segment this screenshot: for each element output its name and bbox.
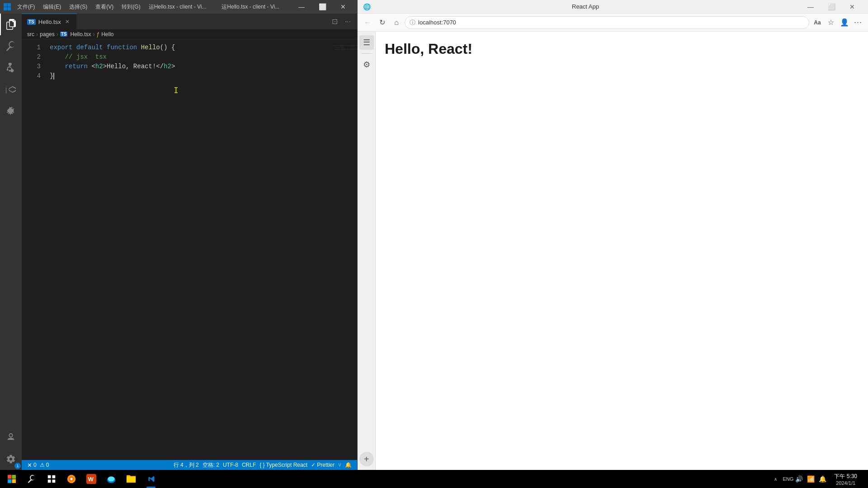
breadcrumb-func-icon: ƒ [97,31,100,38]
bell-icon: 🔔 [345,462,352,468]
status-position[interactable]: 行 4，列 2 [172,461,201,469]
breadcrumb-ts-icon: TS [60,32,68,37]
status-formatter[interactable]: ✓ Prettier [309,461,336,469]
taskbar-app-firefox[interactable] [61,470,81,488]
activity-explorer[interactable] [0,14,22,35]
code-content[interactable]: export default function Hello() { // jsx… [44,39,332,460]
svg-text:W: W [88,476,94,483]
browser-close-button[interactable]: ✕ [842,0,863,14]
taskbar-app-office[interactable]: W [81,470,101,488]
browser-title-bar: 🌐 React App — ⬜ ✕ [358,0,868,14]
activity-search[interactable] [0,35,22,57]
volume-icon[interactable]: 🔊 [793,471,804,487]
taskbar-app-edge[interactable] [101,470,121,488]
close-button[interactable]: ✕ [333,0,354,14]
activity-account[interactable] [0,427,22,448]
notification-icon[interactable]: 🔔 [817,471,828,487]
menu-select[interactable]: 选择(S) [66,2,91,12]
maximize-button[interactable]: ⬜ [312,0,333,14]
browser-window: 🌐 React App — ⬜ ✕ ← ↻ ⌂ ⓘ localhost:7070 [357,0,868,470]
menu-view[interactable]: 查看(V) [92,2,117,12]
start-button[interactable] [2,470,22,488]
svg-rect-1 [52,475,56,479]
keyboard-layout: ENG [783,476,793,482]
status-notification[interactable]: 🔔 [343,461,354,469]
browser-minimize-button[interactable]: — [800,0,821,14]
code-line-4: } [50,71,332,81]
reader-view-button[interactable]: Aa [811,16,824,29]
breadcrumb-sep-2: › [57,31,58,38]
browser-sidebar: ☰ ⚙ + [358,32,376,470]
address-bar[interactable]: ⓘ localhost:7070 [405,16,809,29]
split-editor-button[interactable]: ⊡ [329,16,340,27]
home-button[interactable]: ⌂ [390,16,403,29]
show-desktop-button[interactable] [862,470,864,488]
status-bar: ✕ 0 ⚠ 0 行 4，列 2 空格: 2 [22,460,357,470]
activity-bar: 1 [0,14,22,470]
status-errors[interactable]: ✕ 0 ⚠ 0 [25,462,51,469]
status-spaces[interactable]: 空格: 2 [201,461,221,469]
browser-maximize-button[interactable]: ⬜ [821,0,842,14]
tab-close-button[interactable]: ✕ [64,18,71,25]
settings-badge: 1 [14,463,21,469]
activity-run[interactable] [0,79,22,100]
menu-bar: 文件(F) 编辑(E) 选择(S) 查看(V) 转到(G) 运Hello.tsx… [14,2,210,12]
keyboard-indicator[interactable]: ENG [783,471,793,487]
line-ending-text: CRLF [242,462,256,468]
profile-button[interactable]: 👤 [838,16,851,29]
menu-goto[interactable]: 转到(G) [118,2,144,12]
breadcrumb-src[interactable]: src [27,31,34,38]
activity-source-control[interactable] [0,57,22,79]
browser-more-button[interactable]: ··· [852,16,864,29]
ts-icon: TS [27,19,36,25]
menu-file[interactable]: 文件(F) [14,2,38,12]
menu-edit[interactable]: 编辑(E) [39,2,65,12]
taskbar-app-file-explorer[interactable] [121,470,141,488]
devtools-button[interactable]: ⚙ [359,57,374,72]
clock[interactable]: 下午 5:30 2024/1/1 [830,470,861,488]
menu-run[interactable]: 运Hello.tsx - client - Vi... [145,2,210,12]
lock-icon: ⓘ [410,19,415,27]
task-view-button[interactable] [42,470,61,488]
activity-settings[interactable]: 1 [0,448,22,470]
collections-button[interactable]: ☰ [359,35,374,50]
status-encoding[interactable]: UTF-8 [221,461,240,469]
code-line-1: export default function Hello() { [50,43,332,52]
taskbar-search-button[interactable] [22,470,42,488]
breadcrumb-pages[interactable]: pages [40,31,55,38]
vertical-scrollbar[interactable] [353,39,357,460]
minimap: export default function Hello() { // jsx… [332,39,353,460]
error-count: 0 [33,462,37,468]
editor-area: TS Hello.tsx ✕ ⊡ ··· src › pages [22,14,357,470]
formatter-text: ✓ Prettier [311,462,335,468]
svg-rect-0 [48,475,51,479]
favorites-button[interactable]: ☆ [825,16,837,29]
tray-chevron[interactable]: ∧ [770,471,781,487]
browser-nav-bar: ← ↻ ⌂ ⓘ localhost:7070 Aa ☆ 👤 ··· [358,14,868,32]
breadcrumb-file[interactable]: Hello.tsx [70,31,91,38]
file-tab-hello[interactable]: TS Hello.tsx ✕ [22,14,77,29]
status-remote[interactable]: ⑂ [336,461,343,469]
breadcrumb-symbol[interactable]: Hello [101,31,113,38]
back-button[interactable]: ← [361,16,374,29]
line-numbers: 1 2 3 4 [22,39,44,460]
refresh-button[interactable]: ↻ [376,16,388,29]
clock-date: 2024/1/1 [836,480,855,486]
add-sidebar-button[interactable]: + [359,452,374,466]
activity-extensions[interactable] [0,100,22,122]
taskbar-app-vscode[interactable] [141,470,161,488]
browser-favicon: 🌐 [363,3,371,10]
code-editor[interactable]: 1 2 3 4 export default function Hello() … [22,39,357,460]
language-text: TypeScript React [266,462,307,468]
code-line-2: // jsx tsx [50,52,332,62]
sidebar-separator [361,53,372,54]
more-actions-button[interactable]: ··· [342,17,354,27]
minimize-button[interactable]: — [291,0,312,14]
code-line-3: return <h2>Hello, React!</h2> [50,62,332,71]
status-line-ending[interactable]: CRLF [240,461,258,469]
network-icon[interactable]: 📶 [805,471,816,487]
tab-bar: TS Hello.tsx ✕ ⊡ ··· [22,14,357,29]
position-text: 行 4，列 2 [174,461,199,469]
status-language[interactable]: { } TypeScript React [258,461,309,469]
breadcrumb: src › pages › TS Hello.tsx › ƒ Hello [22,29,357,39]
